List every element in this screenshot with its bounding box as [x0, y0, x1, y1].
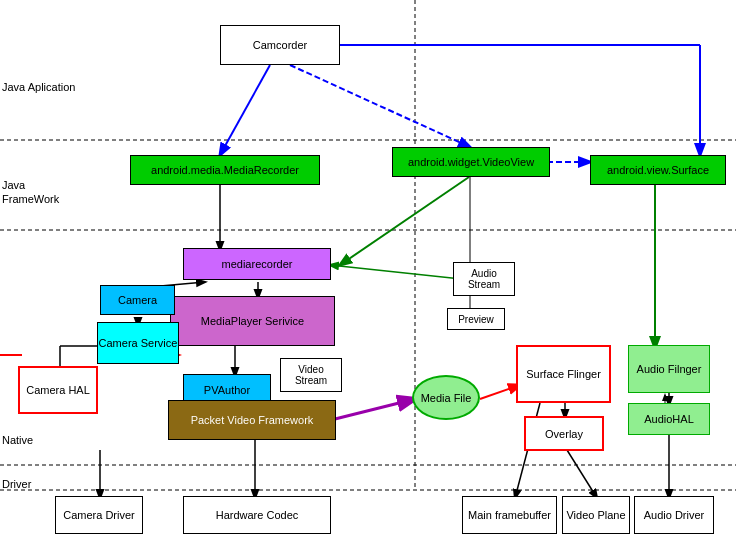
mediaplayer-box: MediaPlayer Serivice — [170, 296, 335, 346]
camera-box: Camera — [100, 285, 175, 315]
layer-java-fw: JavaFrameWork — [2, 178, 77, 207]
video-stream-label: Video Stream — [280, 358, 342, 392]
layer-driver: Driver — [2, 477, 31, 491]
android-widget-box: android.widget.VideoView — [392, 147, 550, 177]
audio-filnger-box: Audio Filnger — [628, 345, 710, 393]
svg-line-11 — [340, 177, 469, 265]
architecture-diagram: Java Aplication JavaFrameWork Native Dri… — [0, 0, 736, 536]
packet-video-box: Packet Video Framework — [168, 400, 336, 440]
video-plane-box: Video Plane — [562, 496, 630, 534]
camera-service-box: Camera Service — [97, 322, 179, 364]
svg-line-26 — [567, 450, 597, 498]
overlay-box: Overlay — [524, 416, 604, 451]
preview-label: Preview — [447, 308, 505, 330]
svg-line-5 — [220, 65, 270, 155]
camera-driver-box: Camera Driver — [55, 496, 143, 534]
svg-line-22 — [335, 399, 415, 419]
mediarecorder-box: mediarecorder — [183, 248, 331, 280]
media-file-box: Media File — [412, 375, 480, 420]
audio-driver-box: Audio Driver — [634, 496, 714, 534]
layer-java-app: Java Aplication — [2, 80, 77, 95]
audiohal-box: AudioHAL — [628, 403, 710, 435]
android-view-box: android.view.Surface — [590, 155, 726, 185]
camcorder-box: Camcorder — [220, 25, 340, 65]
svg-line-6 — [290, 65, 470, 147]
hardware-codec-box: Hardware Codec — [183, 496, 331, 534]
layer-native: Native — [2, 433, 33, 447]
audio-stream-label: Audio Stream — [453, 262, 515, 296]
android-media-box: android.media.MediaRecorder — [130, 155, 320, 185]
svg-line-23 — [480, 385, 520, 399]
camera-hal-box: Camera HAL — [18, 366, 98, 414]
arrows-svg — [0, 0, 736, 536]
surface-flinger-box: Surface Flinger — [516, 345, 611, 403]
main-framebuffer-box: Main framebuffer — [462, 496, 557, 534]
